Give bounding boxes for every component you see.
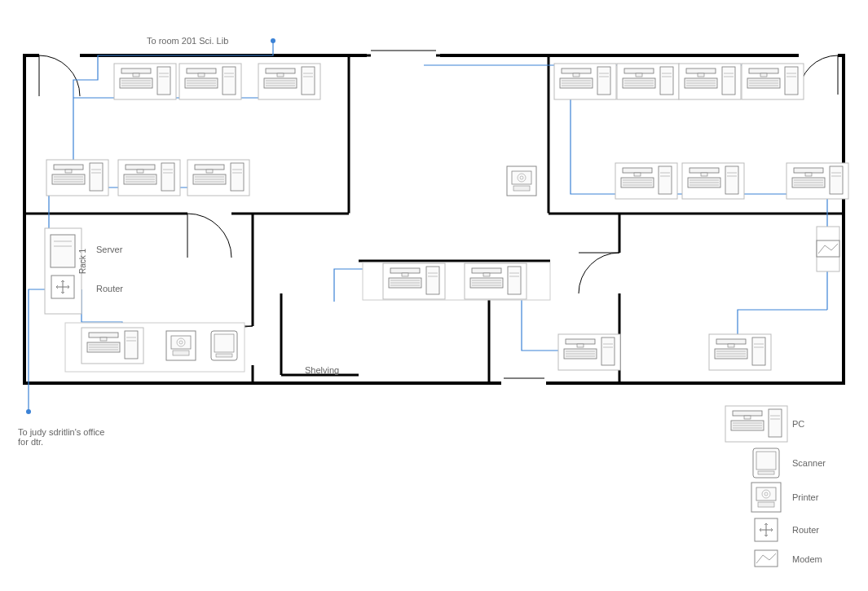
pc-icon xyxy=(82,328,143,364)
modem-icon xyxy=(817,240,839,257)
svg-rect-21 xyxy=(39,54,80,57)
center-office xyxy=(363,262,550,300)
legend-label-pc: PC xyxy=(792,419,804,429)
label-server: Server xyxy=(96,245,122,254)
pc-icon xyxy=(46,160,108,196)
server-icon xyxy=(51,235,75,267)
legend-label-printer: Printer xyxy=(792,492,818,502)
pc-icon xyxy=(187,160,249,196)
pc-icon xyxy=(679,64,741,99)
pc-icon xyxy=(465,263,527,299)
pc-icon xyxy=(742,64,804,99)
legend xyxy=(725,406,787,567)
printer-icon xyxy=(507,166,536,196)
server-room xyxy=(45,228,245,372)
svg-rect-30 xyxy=(501,382,546,385)
pc-icon xyxy=(558,334,620,370)
legend-pc-icon xyxy=(725,406,787,442)
annotation-to-room-201: To room 201 Sci. Lib xyxy=(147,36,228,46)
label-shelving: Shelving xyxy=(305,365,339,375)
label-router: Router xyxy=(96,284,123,293)
floorplan-diagram: To room 201 Sci. Lib To judy sdritlin's … xyxy=(0,0,868,591)
pc-icon xyxy=(615,163,677,199)
legend-modem-icon xyxy=(755,550,778,567)
pc-icon xyxy=(383,263,445,299)
top-left-room xyxy=(46,64,320,196)
legend-label-router: Router xyxy=(792,525,819,535)
pc-icon xyxy=(114,64,176,99)
bottom-right-office xyxy=(709,227,839,370)
legend-label-scanner: Scanner xyxy=(792,458,826,468)
annotation-to-judy: To judy sdritlin's office for dtr. xyxy=(18,427,108,447)
pc-icon xyxy=(709,334,771,370)
pc-icon xyxy=(682,163,744,199)
legend-printer-icon xyxy=(751,483,781,512)
pc-icon xyxy=(786,163,848,199)
legend-label-modem: Modem xyxy=(792,554,822,564)
endpoint-dot xyxy=(26,409,31,414)
router-icon xyxy=(51,276,74,298)
bottom-center-office xyxy=(558,334,620,370)
scanner-icon xyxy=(211,331,237,360)
legend-router-icon xyxy=(755,518,778,541)
label-rack: Rack 1 xyxy=(78,249,87,274)
pc-icon xyxy=(617,64,679,99)
pc-icon xyxy=(258,64,320,99)
center-device xyxy=(507,166,536,196)
legend-scanner-icon xyxy=(753,448,779,478)
svg-rect-23 xyxy=(367,54,440,57)
floorplan-svg xyxy=(0,0,868,591)
top-right-room xyxy=(554,64,848,199)
pc-icon xyxy=(179,64,241,99)
pc-icon xyxy=(554,64,616,99)
endpoint-dot xyxy=(271,38,275,43)
pc-icon xyxy=(118,160,180,196)
printer-icon xyxy=(166,331,196,360)
